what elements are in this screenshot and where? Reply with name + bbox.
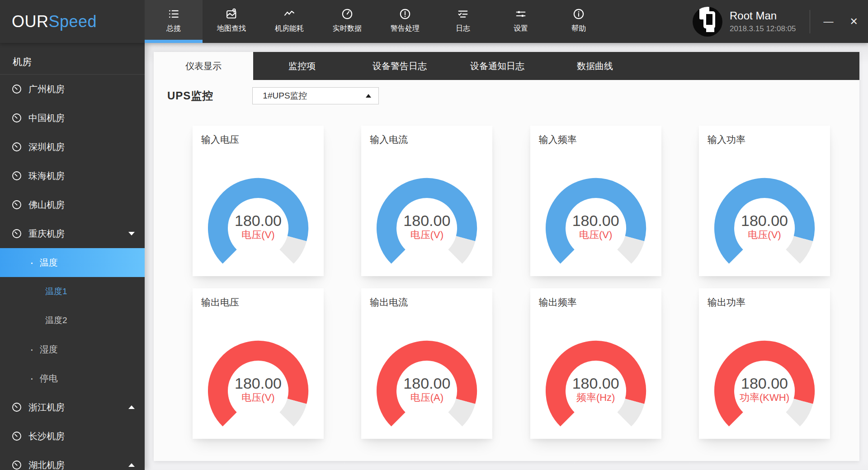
nav-item-label: 设置: [514, 24, 528, 33]
nav-item-label: 帮助: [571, 24, 586, 33]
sidebar-item-label: 重庆机房: [28, 228, 65, 240]
gauge-icon: [11, 84, 22, 94]
nav-item[interactable]: 实时数据: [318, 0, 376, 43]
caret-up-icon: [366, 94, 371, 98]
nav-item[interactable]: 机房能耗: [260, 0, 318, 43]
gauge-value: 180.00: [713, 212, 816, 230]
gauge-card-title: 输入电流: [361, 126, 492, 146]
minimize-button[interactable]: —: [824, 17, 834, 27]
bullet-marker: ·: [30, 372, 34, 384]
gauge-card: 输入电压180.00电压(V): [193, 126, 324, 276]
gauge-chart: 180.00功率(KWH): [713, 340, 816, 434]
gauge-unit-label: 电压(V): [713, 228, 816, 242]
nav-item[interactable]: 警告处理: [376, 0, 434, 43]
user-name: Root Man: [730, 9, 796, 22]
tab-item[interactable]: 设备通知日志: [448, 52, 546, 80]
sidebar-item-label: 中国机房: [28, 112, 65, 124]
sidebar-item[interactable]: 浙江机房: [0, 393, 145, 422]
bullet-marker: ·: [30, 343, 34, 355]
window-controls: — ✕: [824, 17, 858, 27]
sidebar-item-label: 湖北机房: [28, 459, 65, 470]
sidebar-item[interactable]: 重庆机房: [0, 219, 145, 248]
nav-item[interactable]: 总揽: [145, 0, 203, 43]
nav-item-label: 日志: [456, 24, 470, 33]
sidebar-title: 机房: [0, 43, 145, 75]
nav-item[interactable]: 日志: [434, 0, 492, 43]
nav-item-label: 总揽: [166, 24, 181, 33]
main-area: 仪表显示监控项设备警告日志设备通知日志数据曲线 UPS监控 1#UPS监控 输入…: [145, 43, 868, 470]
gauge-card: 输入频率180.00电压(V): [530, 126, 661, 276]
sidebar-item-label: 佛山机房: [28, 199, 65, 211]
nav-item[interactable]: 帮助: [550, 0, 608, 43]
gauge-icon: [11, 113, 22, 123]
sidebar-item[interactable]: 广州机房: [0, 75, 145, 103]
current-datetime: 2018.3.15 12:08:05: [730, 24, 796, 33]
tab-active[interactable]: 仪表显示: [154, 52, 253, 80]
gauge-unit-label: 电压(V): [376, 228, 478, 242]
gauge-card-title: 输入电压: [193, 126, 324, 146]
sidebar-item[interactable]: 长沙机房: [0, 422, 145, 451]
nav-item[interactable]: 设置: [492, 0, 550, 43]
gauge-card-title: 输入功率: [699, 126, 830, 146]
sidebar-item[interactable]: ·温度: [0, 248, 145, 277]
sidebar-item[interactable]: 中国机房: [0, 103, 145, 132]
tab-item[interactable]: 设备警告日志: [351, 52, 448, 80]
gauge-unit-label: 电压(V): [207, 228, 309, 242]
sidebar-item[interactable]: 湖北机房: [0, 451, 145, 470]
gauge-value: 180.00: [545, 212, 647, 230]
gauge-value: 180.00: [713, 375, 816, 392]
gauge-value: 180.00: [207, 212, 309, 230]
sidebar-item-label: 停电: [40, 372, 58, 385]
sidebar-item-label: 温度1: [45, 286, 67, 297]
sidebar-item[interactable]: 深圳机房: [0, 132, 145, 161]
app-logo: OURSpeed: [0, 0, 145, 43]
alert-circle-icon: [399, 8, 411, 20]
gauge-unit-label: 电压(V): [207, 391, 309, 404]
close-button[interactable]: ✕: [850, 17, 858, 27]
sidebar-item[interactable]: 温度2: [0, 306, 145, 335]
sidebar-item-label: 温度: [40, 257, 58, 269]
caret-down-icon: [128, 232, 135, 235]
tab-item[interactable]: 监控项: [253, 52, 351, 80]
gauge-card-title: 输出功率: [699, 288, 830, 309]
avatar-shape: [706, 25, 714, 32]
active-nav-indicator: [145, 40, 203, 43]
gauge-card: 输出频率180.00频率(Hz): [530, 288, 661, 439]
gauge-chart: 180.00电压(V): [376, 178, 478, 272]
gauge-card-title: 输入频率: [530, 126, 661, 146]
gauge-value: 180.00: [376, 375, 478, 392]
tab-bar-dark-section: 监控项设备警告日志设备通知日志数据曲线: [253, 52, 859, 80]
gauge-card-grid: 输入电压180.00电压(V)输入电流180.00电压(V)输入频率180.00…: [154, 126, 859, 439]
user-avatar[interactable]: [693, 7, 722, 37]
gauge-chart: 180.00频率(Hz): [545, 340, 647, 434]
ups-select-dropdown[interactable]: 1#UPS监控: [252, 87, 379, 104]
divider: [810, 10, 810, 33]
gauge-card-title: 输出频率: [530, 288, 661, 309]
ups-monitor-label: UPS监控: [167, 89, 213, 103]
tab-item[interactable]: 数据曲线: [546, 52, 644, 80]
sidebar-item[interactable]: 佛山机房: [0, 190, 145, 219]
nav-item-label: 实时数据: [333, 24, 362, 33]
logo-text-our: OUR: [12, 12, 49, 31]
sidebar-item[interactable]: ·停电: [0, 364, 145, 393]
gauge-card: 输出功率180.00功率(KWH): [699, 288, 830, 439]
nav-item-label: 警告处理: [391, 24, 420, 33]
sidebar-item[interactable]: ·湿度: [0, 335, 145, 364]
sidebar: 机房 广州机房中国机房深圳机房珠海机房佛山机房重庆机房·温度温度1温度2·湿度·…: [0, 43, 145, 470]
gauge-icon: [11, 431, 22, 442]
content-panel: 仪表显示监控项设备警告日志设备通知日志数据曲线 UPS监控 1#UPS监控 输入…: [154, 52, 859, 461]
gauge-unit-label: 频率(Hz): [545, 391, 647, 404]
gauge-icon: [11, 228, 22, 239]
sidebar-item-label: 温度2: [45, 315, 67, 326]
gauge-icon: [11, 170, 22, 181]
gauge-card: 输出电压180.00电压(V): [193, 288, 324, 439]
realtime-gauge-icon: [341, 8, 354, 20]
caret-up-icon: [128, 405, 135, 409]
nav-item-label: 地图查找: [217, 24, 246, 33]
gauge-icon: [11, 199, 22, 210]
nav-item[interactable]: 地图查找: [203, 0, 260, 43]
sidebar-item[interactable]: 珠海机房: [0, 161, 145, 190]
sidebar-item[interactable]: 温度1: [0, 277, 145, 306]
gauge-card: 输入电流180.00电压(V): [361, 126, 492, 276]
logo-text-speed: Speed: [49, 12, 97, 31]
